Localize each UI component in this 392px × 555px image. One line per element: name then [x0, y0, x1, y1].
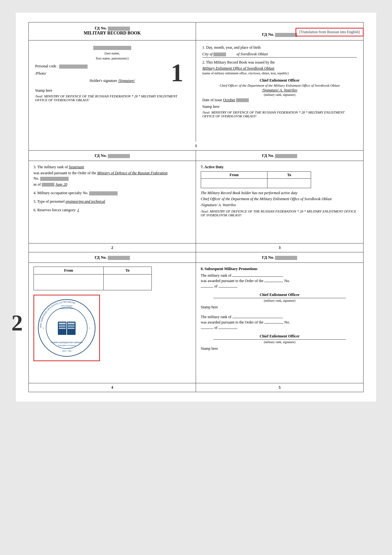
section3-col-left: 2 From To — [29, 263, 196, 383]
item8c: of — [201, 284, 358, 289]
chief-signature: /Signature/ A. Vostrilov — [202, 88, 357, 93]
stamp-label-right: Stamp here — [202, 104, 357, 109]
item3: 3. The military rank of lieutenant — [34, 165, 191, 170]
engineering-text: engineering and technical — [65, 199, 105, 204]
document-page: 1 [Translation from Russian into English… — [16, 13, 376, 402]
item8-title: 8. Subsequent Military Promotions — [201, 267, 358, 271]
item8b: was awarded pursuant to the Order of the… — [201, 279, 358, 283]
signature-line: Holder's signature /Signature/ — [35, 78, 189, 83]
signature-s2: /Signature/ A. Vostrilov — [201, 203, 358, 207]
item8f: of — [201, 325, 358, 330]
item5: 5. Type of personnel engineering and tec… — [34, 199, 191, 204]
redacted-specialty-no — [89, 191, 118, 195]
ministry-text: Ministry of Defence of the Russian Feder… — [97, 171, 168, 175]
chief-officer-s2: Chief Officer of the Department of the M… — [201, 197, 358, 201]
section3-content: 2 From To — [29, 263, 363, 383]
june-text: June 20 — [55, 182, 67, 187]
from-header-s3: From — [34, 267, 104, 274]
to-header: To — [267, 172, 311, 179]
section2-header-right: ГД No. — [196, 151, 363, 161]
personal-code: Personal code. — [35, 64, 189, 69]
gd-no-left: ГД No. — [34, 26, 191, 31]
section1-content-left: (last name, first name, patronymic) Pers… — [29, 40, 196, 142]
redacted-s2l — [108, 154, 130, 158]
stamp-svg: ИНН 7839078335 ОРН (ОГРН) 1117847045750 … — [35, 296, 98, 360]
item7-title: 7. Active Duty — [201, 165, 358, 170]
to-cell — [267, 179, 311, 188]
item8d: The military rank of — [201, 315, 358, 319]
section2: ГД No. ГД No. 3. The military rank of li… — [28, 151, 364, 252]
svg-text:переводческая: переводческая — [60, 307, 73, 309]
item1: 1. Day, month, year, and place of birth — [202, 45, 357, 50]
section2-col-right: 7. Active Duty From To The Military Reco… — [196, 161, 363, 243]
rank-label1: (military rank, signature) — [213, 298, 346, 302]
military-rank-label: (military rank, signature) — [202, 93, 357, 96]
svg-text:Первая переводческая компания: Первая переводческая компания — [51, 341, 83, 344]
active-duty-table: From To — [201, 171, 311, 188]
page-num-4: 4 — [29, 383, 196, 392]
section1: ГД No. MILITARY RECORD BOOK ГД No. (last… — [28, 22, 364, 151]
item2-note: (name of military enlistment office, cit… — [202, 71, 357, 75]
svg-rect-7 — [59, 328, 66, 329]
military-record-book-title: MILITARY RECORD BOOK — [34, 31, 191, 36]
last-name-label: (last name, — [35, 51, 189, 55]
section2-page-nums: 2 3 — [29, 243, 363, 252]
section2-col-left: 3. The military rank of lieutenant was a… — [29, 161, 196, 243]
svg-rect-5 — [59, 323, 66, 324]
svg-rect-10 — [68, 328, 75, 329]
seal-text-left: /Seal: MINISTRY OF DEFENCE OF THE RUSSIA… — [35, 94, 189, 102]
signature-italic: /Signature/ — [118, 78, 135, 83]
first-name-label: first name, patronymic) — [35, 56, 189, 60]
section1-page-num: 1 — [29, 142, 363, 150]
section3-header-right: ГД No. — [196, 252, 363, 262]
chief-subtitle: Chief Officer of the Department of the M… — [202, 83, 357, 87]
item4: 4. Military occupation specialty No. — [34, 191, 191, 195]
section1-content: (last name, first name, patronymic) Pers… — [29, 40, 363, 142]
section3: ГД No. ГД No. 2 From To — [28, 252, 364, 392]
page-num-2: 2 — [29, 244, 196, 252]
seal-s2: /Seal: MINISTRY OF DEFENCE OF THE RUSSIA… — [201, 209, 358, 217]
section2-header-left: ГД No. — [29, 151, 196, 161]
from-to-table-s3: From To — [34, 267, 152, 290]
from-cell-s3 — [34, 274, 104, 290]
redacted-lastname — [93, 46, 131, 50]
redacted-s3r — [275, 256, 297, 260]
item2: 2. This Military Record Book was issued … — [202, 60, 357, 65]
lieutenant-text: lieutenant — [69, 165, 84, 169]
translation-text: [Translation from Russian into English] — [299, 30, 360, 34]
date-of-issue: Date of issue October — [202, 98, 357, 102]
section2-content: 3. The military rank of lieutenant was a… — [29, 161, 363, 243]
stamp-here1: Stamp here — [201, 305, 358, 310]
page-number-1: 1 — [171, 59, 183, 87]
stamp-label: Stamp here — [35, 88, 189, 93]
from-header: From — [201, 172, 267, 179]
section3-header: ГД No. ГД No. — [29, 252, 363, 263]
stamp-here2: Stamp here — [201, 346, 358, 351]
chief-title2: Chief Enlistment Officer — [201, 334, 358, 339]
redacted-date — [42, 183, 54, 187]
svg-text:ООО * 050: ООО * 050 — [62, 350, 71, 352]
city-of-line: City of of Sverdlovsk Oblast — [202, 52, 357, 58]
item3c: No. — [34, 176, 191, 181]
section3-page-nums: 4 5 — [29, 383, 363, 392]
rank-label2: (military rank, signature) — [213, 339, 346, 344]
svg-rect-9 — [68, 325, 75, 327]
section1-content-right: 1. Day, month, year, and place of birth … — [196, 40, 363, 142]
redacted-year — [236, 98, 249, 102]
svg-rect-6 — [59, 325, 66, 327]
redacted-no — [108, 27, 130, 31]
to-header-s3: To — [103, 267, 151, 274]
svg-text:Translation Company: Translation Company — [58, 344, 76, 346]
item2-italic: Military Enlistment Office of Sverdlovsk… — [202, 66, 357, 71]
svg-text:ООО Первая: ООО Первая — [61, 305, 72, 307]
item8a: The military rank of — [201, 273, 358, 278]
section2-header: ГД No. ГД No. — [29, 151, 363, 161]
item8e: was awarded pursuant to the Order of the… — [201, 320, 358, 325]
redacted-s3l — [108, 256, 130, 260]
page-num-5: 5 — [196, 383, 363, 392]
item3d: as of June 20 — [34, 182, 191, 187]
redacted-s2r — [275, 154, 297, 158]
item6: 6. Reserves forces category: 1 — [34, 208, 191, 213]
redacted-order — [40, 177, 69, 181]
category-num: 1 — [77, 208, 79, 212]
